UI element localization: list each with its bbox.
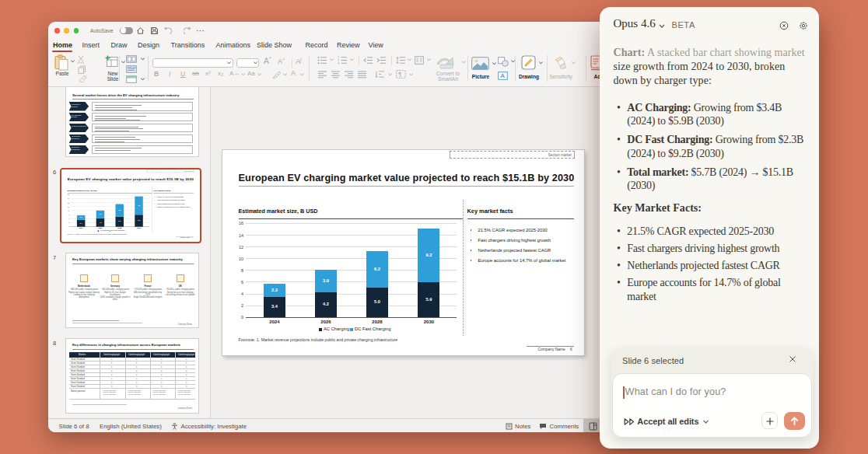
svg-text:A: A	[501, 72, 506, 79]
svg-text:3: 3	[338, 61, 340, 65]
svg-text:¶: ¶	[398, 71, 401, 78]
